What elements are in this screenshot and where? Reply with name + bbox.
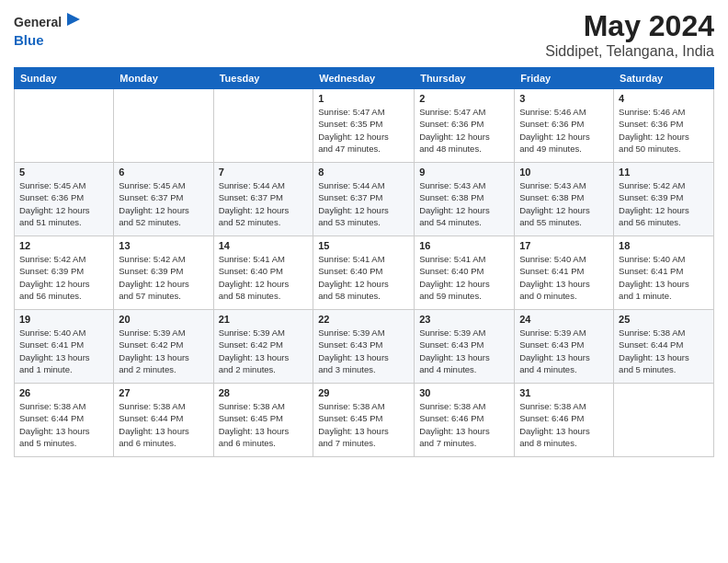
header-row: Sunday Monday Tuesday Wednesday Thursday…	[15, 68, 714, 89]
cell-4-1: 27Sunrise: 5:38 AM Sunset: 6:44 PM Dayli…	[114, 384, 213, 457]
day-number: 4	[619, 93, 709, 104]
cell-3-3: 22Sunrise: 5:39 AM Sunset: 6:43 PM Dayli…	[313, 310, 415, 384]
col-saturday: Saturday	[614, 68, 714, 89]
day-number: 12	[19, 240, 108, 251]
day-number: 10	[519, 167, 609, 178]
day-number: 22	[318, 314, 409, 325]
header: General Blue May 2024 Siddipet, Telangan…	[14, 9, 714, 60]
cell-4-0: 26Sunrise: 5:38 AM Sunset: 6:44 PM Dayli…	[15, 384, 114, 457]
day-info: Sunrise: 5:40 AM Sunset: 6:41 PM Dayligh…	[619, 253, 709, 302]
day-info: Sunrise: 5:38 AM Sunset: 6:44 PM Dayligh…	[619, 327, 709, 375]
col-monday: Monday	[114, 68, 213, 89]
calendar-table: Sunday Monday Tuesday Wednesday Thursday…	[14, 67, 714, 457]
cell-3-5: 24Sunrise: 5:39 AM Sunset: 6:43 PM Dayli…	[515, 310, 614, 384]
day-info: Sunrise: 5:41 AM Sunset: 6:40 PM Dayligh…	[318, 253, 409, 302]
day-number: 13	[119, 240, 208, 251]
col-wednesday: Wednesday	[313, 68, 415, 89]
day-info: Sunrise: 5:38 AM Sunset: 6:45 PM Dayligh…	[318, 400, 409, 449]
day-info: Sunrise: 5:46 AM Sunset: 6:36 PM Dayligh…	[619, 106, 709, 155]
cell-2-4: 16Sunrise: 5:41 AM Sunset: 6:40 PM Dayli…	[415, 236, 515, 310]
day-number: 5	[19, 167, 108, 178]
day-number: 14	[219, 240, 309, 251]
cell-0-4: 2Sunrise: 5:47 AM Sunset: 6:36 PM Daylig…	[415, 89, 515, 163]
cell-4-2: 28Sunrise: 5:38 AM Sunset: 6:45 PM Dayli…	[213, 384, 313, 457]
cell-4-3: 29Sunrise: 5:38 AM Sunset: 6:45 PM Dayli…	[313, 384, 415, 457]
day-number: 7	[219, 167, 309, 178]
day-info: Sunrise: 5:38 AM Sunset: 6:45 PM Dayligh…	[219, 400, 309, 449]
logo-blue: Blue	[14, 32, 84, 48]
week-row-4: 19Sunrise: 5:40 AM Sunset: 6:41 PM Dayli…	[15, 310, 714, 384]
cell-0-0	[15, 89, 114, 163]
cell-4-5: 31Sunrise: 5:38 AM Sunset: 6:46 PM Dayli…	[515, 384, 614, 457]
day-number: 8	[318, 167, 409, 178]
day-info: Sunrise: 5:40 AM Sunset: 6:41 PM Dayligh…	[519, 253, 609, 302]
cell-1-0: 5Sunrise: 5:45 AM Sunset: 6:36 PM Daylig…	[15, 163, 114, 236]
cell-2-3: 15Sunrise: 5:41 AM Sunset: 6:40 PM Dayli…	[313, 236, 415, 310]
day-number: 24	[519, 314, 609, 325]
day-info: Sunrise: 5:40 AM Sunset: 6:41 PM Dayligh…	[19, 327, 108, 375]
day-number: 16	[419, 240, 509, 251]
day-number: 31	[519, 387, 609, 398]
calendar-subtitle: Siddipet, Telangana, India	[545, 43, 714, 60]
cell-2-2: 14Sunrise: 5:41 AM Sunset: 6:40 PM Dayli…	[213, 236, 313, 310]
calendar-title: May 2024	[545, 9, 714, 43]
day-number: 2	[419, 93, 509, 104]
day-number: 1	[318, 93, 409, 104]
cell-3-1: 20Sunrise: 5:39 AM Sunset: 6:42 PM Dayli…	[114, 310, 213, 384]
day-info: Sunrise: 5:38 AM Sunset: 6:44 PM Dayligh…	[19, 400, 108, 449]
week-row-1: 1Sunrise: 5:47 AM Sunset: 6:35 PM Daylig…	[15, 89, 714, 163]
cell-3-0: 19Sunrise: 5:40 AM Sunset: 6:41 PM Dayli…	[15, 310, 114, 384]
day-info: Sunrise: 5:46 AM Sunset: 6:36 PM Dayligh…	[519, 106, 609, 155]
day-info: Sunrise: 5:44 AM Sunset: 6:37 PM Dayligh…	[318, 179, 409, 228]
day-info: Sunrise: 5:45 AM Sunset: 6:37 PM Dayligh…	[119, 179, 208, 228]
logo-general: General	[14, 15, 62, 29]
cell-0-6: 4Sunrise: 5:46 AM Sunset: 6:36 PM Daylig…	[614, 89, 714, 163]
day-info: Sunrise: 5:42 AM Sunset: 6:39 PM Dayligh…	[119, 253, 208, 302]
cell-2-0: 12Sunrise: 5:42 AM Sunset: 6:39 PM Dayli…	[15, 236, 114, 310]
day-info: Sunrise: 5:39 AM Sunset: 6:43 PM Dayligh…	[318, 327, 409, 375]
cell-0-5: 3Sunrise: 5:46 AM Sunset: 6:36 PM Daylig…	[515, 89, 614, 163]
week-row-5: 26Sunrise: 5:38 AM Sunset: 6:44 PM Dayli…	[15, 384, 714, 457]
day-info: Sunrise: 5:39 AM Sunset: 6:43 PM Dayligh…	[519, 327, 609, 375]
day-number: 28	[219, 387, 309, 398]
day-info: Sunrise: 5:39 AM Sunset: 6:42 PM Dayligh…	[219, 327, 309, 375]
day-info: Sunrise: 5:39 AM Sunset: 6:43 PM Dayligh…	[419, 327, 509, 375]
day-number: 20	[119, 314, 208, 325]
day-info: Sunrise: 5:47 AM Sunset: 6:36 PM Dayligh…	[419, 106, 509, 155]
day-number: 26	[19, 387, 108, 398]
day-info: Sunrise: 5:42 AM Sunset: 6:39 PM Dayligh…	[19, 253, 108, 302]
day-info: Sunrise: 5:41 AM Sunset: 6:40 PM Dayligh…	[419, 253, 509, 302]
cell-1-6: 11Sunrise: 5:42 AM Sunset: 6:39 PM Dayli…	[614, 163, 714, 236]
day-number: 6	[119, 167, 208, 178]
logo-icon	[63, 9, 84, 34]
day-info: Sunrise: 5:44 AM Sunset: 6:37 PM Dayligh…	[219, 179, 309, 228]
cell-0-1	[114, 89, 213, 163]
day-number: 25	[619, 314, 709, 325]
day-number: 30	[419, 387, 509, 398]
cell-2-5: 17Sunrise: 5:40 AM Sunset: 6:41 PM Dayli…	[515, 236, 614, 310]
cell-4-6	[614, 384, 714, 457]
day-info: Sunrise: 5:47 AM Sunset: 6:35 PM Dayligh…	[318, 106, 409, 155]
cell-0-2	[213, 89, 313, 163]
day-number: 21	[219, 314, 309, 325]
calendar-page: General Blue May 2024 Siddipet, Telangan…	[0, 0, 728, 563]
day-info: Sunrise: 5:42 AM Sunset: 6:39 PM Dayligh…	[619, 179, 709, 228]
day-info: Sunrise: 5:39 AM Sunset: 6:42 PM Dayligh…	[119, 327, 208, 375]
svg-marker-0	[67, 13, 80, 26]
cell-2-6: 18Sunrise: 5:40 AM Sunset: 6:41 PM Dayli…	[614, 236, 714, 310]
day-number: 18	[619, 240, 709, 251]
day-number: 3	[519, 93, 609, 104]
day-number: 23	[419, 314, 509, 325]
day-number: 15	[318, 240, 409, 251]
cell-1-2: 7Sunrise: 5:44 AM Sunset: 6:37 PM Daylig…	[213, 163, 313, 236]
day-number: 11	[619, 167, 709, 178]
day-info: Sunrise: 5:38 AM Sunset: 6:44 PM Dayligh…	[119, 400, 208, 449]
cell-1-1: 6Sunrise: 5:45 AM Sunset: 6:37 PM Daylig…	[114, 163, 213, 236]
cell-3-4: 23Sunrise: 5:39 AM Sunset: 6:43 PM Dayli…	[415, 310, 515, 384]
day-info: Sunrise: 5:45 AM Sunset: 6:36 PM Dayligh…	[19, 179, 108, 228]
cell-3-6: 25Sunrise: 5:38 AM Sunset: 6:44 PM Dayli…	[614, 310, 714, 384]
day-info: Sunrise: 5:41 AM Sunset: 6:40 PM Dayligh…	[219, 253, 309, 302]
logo: General Blue	[14, 9, 84, 48]
col-sunday: Sunday	[15, 68, 114, 89]
day-number: 27	[119, 387, 208, 398]
